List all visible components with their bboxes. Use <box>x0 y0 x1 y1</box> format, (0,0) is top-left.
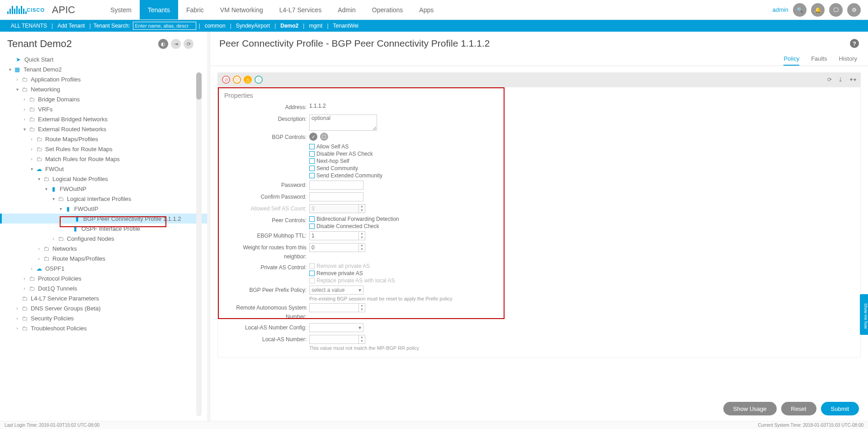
confirm-password-input[interactable] <box>309 192 363 201</box>
ebgp-ttl-input[interactable] <box>309 231 365 240</box>
submit-button[interactable]: Submit <box>821 402 859 415</box>
nav-admin[interactable]: Admin <box>330 0 364 19</box>
vrfs-node[interactable]: ›🗀VRFs <box>7 104 207 114</box>
configured-nodes[interactable]: ›🗀Configured Nodes <box>7 234 207 243</box>
tab-policy[interactable]: Policy <box>783 52 799 66</box>
ext-bridged-node[interactable]: ›🗀External Bridged Networks <box>7 114 207 124</box>
subnav-link-common[interactable]: common <box>200 23 230 29</box>
nav-operations[interactable]: Operations <box>364 0 411 19</box>
bgp-nexthop-self[interactable]: Next-hop Self <box>309 158 382 164</box>
right-panel: Peer Connectivity Profile - BGP Peer Con… <box>210 32 868 421</box>
peer-bfd[interactable]: Bidirectional Forwarding Detection <box>309 216 399 222</box>
chk-label: Allow Self AS <box>316 143 349 150</box>
reset-button[interactable]: Reset <box>781 402 816 415</box>
fwoutnp-node[interactable]: ▾▮FWOutNP <box>7 184 207 194</box>
round-icon-2[interactable]: ⇥ <box>171 39 181 49</box>
tools-icon[interactable]: ✦▾ <box>849 76 856 83</box>
help-icon[interactable]: ? <box>850 39 859 48</box>
peer-controls-label: Peer Controls: <box>222 216 309 225</box>
description-input[interactable] <box>309 114 377 131</box>
scrollbar-thumb[interactable] <box>196 72 202 100</box>
networks-node[interactable]: ›🗀Networks <box>7 243 207 253</box>
remote-as-input[interactable] <box>309 303 365 312</box>
nav-vm-networking[interactable]: VM Networking <box>212 0 271 19</box>
localas-config-dropdown[interactable]: ▾ <box>309 323 363 332</box>
search-icon[interactable]: 🔍 <box>793 3 807 17</box>
subnav-link-demo2[interactable]: Demo2 <box>276 23 303 29</box>
round-icon-3[interactable]: ⟳ <box>184 39 193 49</box>
node-label: OSPF Interface Profile <box>81 225 140 232</box>
l4l7-params-node[interactable]: 🗀L4-L7 Service Parameters <box>7 293 207 303</box>
quick-start-node[interactable]: ➤Quick Start <box>7 54 207 64</box>
match-rules-node[interactable]: ›🗀Match Rules for Route Maps <box>7 154 207 164</box>
password-input[interactable] <box>309 181 363 190</box>
tree-scrollbar[interactable] <box>196 72 202 416</box>
nav-apps[interactable]: Apps <box>411 0 442 19</box>
properties-header: Properties <box>224 92 856 99</box>
tenant-search-input[interactable] <box>133 22 196 30</box>
prefix-policy-dropdown[interactable]: select a value▾ <box>309 286 363 295</box>
private-remove[interactable]: Remove private AS <box>309 270 395 276</box>
address-value: 1.1.1.2 <box>309 103 326 109</box>
show-me-how-tab[interactable]: Show me how <box>860 294 868 335</box>
node-label: FWOut <box>45 166 64 172</box>
bgp-disable-peer-as[interactable]: Disable Peer AS Check <box>309 151 382 157</box>
bgp-send-community[interactable]: Send Community <box>309 165 382 172</box>
peer-disable-connected[interactable]: Disable Connected Check <box>309 223 399 229</box>
fault-minor-icon[interactable]: △ <box>244 76 252 84</box>
user-link[interactable]: admin <box>773 6 788 13</box>
gear-icon[interactable]: ⚙ <box>847 3 861 17</box>
bgp-allow-self-as[interactable]: Allow Self AS <box>309 143 382 150</box>
nav-tenants[interactable]: Tenants <box>140 0 178 19</box>
chk-label: Send Extended Community <box>316 172 382 179</box>
fault-critical-icon[interactable]: ⊘ <box>222 76 230 84</box>
tab-faults[interactable]: Faults <box>811 52 827 66</box>
security-policies-node[interactable]: ›🗀Security Policies <box>7 313 207 323</box>
bgp-peer-node[interactable]: ▮BGP Peer Connectivity Profile 1.1.1.2 <box>0 214 207 224</box>
nav-l4l7-services[interactable]: L4-L7 Services <box>271 0 330 19</box>
ext-routed-node[interactable]: ▾🗀External Routed Networks <box>7 124 207 134</box>
logical-if-profiles-node[interactable]: ▾🗀Logical Interface Profiles <box>7 194 207 204</box>
tenant-root-node[interactable]: ▾▦Tenant Demo2 <box>7 64 207 74</box>
show-usage-button[interactable]: Show Usage <box>723 402 777 415</box>
node-label: Logical Interface Profiles <box>67 195 131 202</box>
nav-system[interactable]: System <box>102 0 140 19</box>
bridge-domains-node[interactable]: ›🗀Bridge Domains <box>7 94 207 104</box>
weight-input[interactable] <box>309 243 365 252</box>
app-profiles-node[interactable]: ›🗀Application Profiles <box>7 74 207 84</box>
add-tenant-link[interactable]: Add Tenant <box>53 23 90 29</box>
select-all-icon[interactable]: ✓ <box>309 133 317 141</box>
bell-icon[interactable]: 🔔 <box>811 3 825 17</box>
round-icon-1[interactable]: ◐ <box>158 39 168 49</box>
download-icon[interactable]: ⤓ <box>838 76 843 83</box>
troubleshoot-node[interactable]: ›🗀Troubleshoot Policies <box>7 323 207 333</box>
refresh-icon[interactable]: ⟳ <box>827 76 832 83</box>
bgp-send-ext-community[interactable]: Send Extended Community <box>309 172 382 179</box>
protocol-policies-node[interactable]: ›🗀Protocol Policies <box>7 273 207 283</box>
set-rules-node[interactable]: ›🗀Set Rules for Route Maps <box>7 144 207 154</box>
all-tenants-link[interactable]: ALL TENANTS <box>6 23 52 29</box>
tab-history[interactable]: History <box>839 52 857 66</box>
subnav-link-tenantwei[interactable]: TenantWei <box>329 23 363 29</box>
ospf1-node[interactable]: ›☁OSPF1 <box>7 263 207 273</box>
route-maps2-node[interactable]: ›🗀Route Maps/Profiles <box>7 253 207 263</box>
fwoutip-node[interactable]: ▾▮FWOutIP <box>7 204 207 214</box>
dot1q-node[interactable]: ›🗀Dot1Q Tunnels <box>7 283 207 293</box>
nav-fabric[interactable]: Fabric <box>178 0 212 19</box>
fault-major-icon[interactable]: ▽ <box>233 76 241 84</box>
route-maps-node[interactable]: ›🗀Route Maps/Profiles <box>7 134 207 144</box>
private-as-label: Private AS Control: <box>222 263 309 272</box>
ospf-if-profile-node[interactable]: ▮OSPF Interface Profile <box>7 224 207 234</box>
prefix-policy-label: BGP Peer Prefix Policy: <box>222 286 309 295</box>
subnav-link-syndey[interactable]: SyndeyAirport <box>231 23 274 29</box>
logical-node-profiles[interactable]: ▾🗀Logical Node Profiles <box>7 174 207 184</box>
deselect-all-icon[interactable]: ☐ <box>320 133 328 141</box>
monitor-icon[interactable]: 🖵 <box>829 3 843 17</box>
node-label: Logical Node Profiles <box>52 176 108 182</box>
localas-number-input[interactable] <box>309 335 365 344</box>
networking-node[interactable]: ▾🗀Networking <box>7 84 207 94</box>
fault-warning-icon[interactable]: ○ <box>255 76 263 84</box>
dns-server-node[interactable]: ›🗀DNS Server Groups (Beta) <box>7 303 207 313</box>
subnav-link-mgmt[interactable]: mgmt <box>304 23 327 29</box>
fwout-node[interactable]: ▾☁FWOut <box>7 164 207 174</box>
